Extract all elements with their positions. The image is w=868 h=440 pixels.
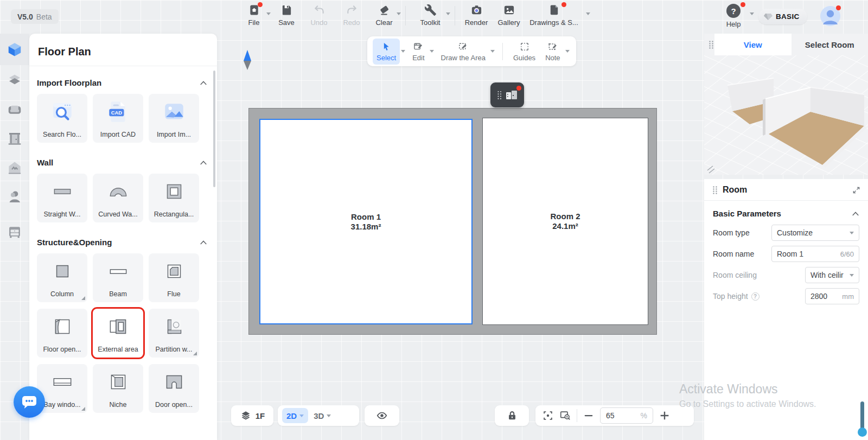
rail-item-account[interactable]: [0, 182, 29, 212]
tile-label: Straight W...: [43, 211, 80, 218]
eye-icon: [376, 410, 388, 422]
tile-niche[interactable]: Niche: [93, 364, 143, 413]
external-area-icon: [106, 314, 131, 339]
tab-select-room[interactable]: Select Room: [792, 34, 868, 55]
room-type-select[interactable]: Customize: [771, 225, 859, 241]
save-button[interactable]: Save: [270, 4, 303, 27]
tile-import-image[interactable]: Import Im...: [149, 94, 199, 143]
fit-view-icon[interactable]: [542, 410, 554, 422]
render-button[interactable]: Render: [460, 4, 493, 27]
tile-floor-opening[interactable]: Floor open...: [37, 309, 87, 358]
drag-dots-icon[interactable]: [708, 40, 714, 49]
3d-preview[interactable]: [704, 55, 868, 175]
room-name-counter: 6/60: [840, 250, 854, 258]
lock-button[interactable]: [495, 405, 529, 426]
expand-icon[interactable]: [852, 186, 860, 194]
tab-view[interactable]: View: [714, 34, 792, 55]
visibility-button[interactable]: [365, 405, 399, 426]
zoom-in-plus-icon[interactable]: [659, 410, 671, 422]
gallery-button[interactable]: Gallery: [493, 4, 525, 27]
edit-tool-button[interactable]: Edit: [409, 39, 428, 65]
section-structure-opening[interactable]: Structure&Opening: [37, 238, 207, 247]
room-2-area: 24.1m²: [552, 221, 578, 231]
rail-item-doors-windows[interactable]: [0, 124, 29, 153]
zoom-level-input[interactable]: 65 %: [600, 407, 653, 424]
page-scrollbar-bulb[interactable]: [858, 428, 867, 437]
draw-area-caret-icon[interactable]: [490, 50, 495, 53]
chevron-up-icon[interactable]: [852, 211, 859, 216]
room-1[interactable]: Room 1 31.18m²: [259, 119, 473, 324]
clear-caret-icon: [397, 12, 401, 15]
view-2d-button[interactable]: 2D: [282, 408, 308, 423]
view-mode-switcher: 2D 3D: [278, 405, 359, 426]
redo-button: Redo: [335, 4, 368, 27]
flue-icon: [162, 259, 187, 284]
drag-dots-icon[interactable]: [712, 186, 718, 195]
left-icon-rail: [0, 34, 29, 440]
rail-item-furniture[interactable]: [0, 94, 29, 124]
chat-support-button[interactable]: [14, 386, 45, 418]
user-avatar[interactable]: [820, 6, 840, 26]
basic-parameters-section[interactable]: Basic Parameters: [704, 201, 868, 225]
rail-item-cabinet[interactable]: [0, 217, 29, 246]
canvas-toolbar: Select Edit Draw the Area Guides Note: [367, 36, 576, 66]
top-height-input[interactable]: 2800 mm: [805, 288, 859, 304]
select-caret-icon[interactable]: [401, 50, 405, 53]
rail-item-ai-design[interactable]: [0, 153, 29, 182]
note-tool-button[interactable]: Note: [541, 39, 564, 65]
edit-caret-icon[interactable]: [430, 50, 434, 53]
help-button[interactable]: ? Help: [717, 4, 750, 28]
drawings-button[interactable]: Drawings & S...: [525, 4, 583, 27]
tile-external-area[interactable]: External area: [93, 309, 143, 358]
select-tool-button[interactable]: Select: [373, 39, 400, 65]
edit-tool-label: Edit: [412, 54, 424, 62]
nightstand-icon: [7, 224, 23, 240]
guides-icon: [519, 41, 530, 52]
chevron-up-icon[interactable]: [200, 80, 207, 86]
chevron-up-icon[interactable]: [200, 240, 207, 245]
floorplan-mini-toolbar-button[interactable]: [490, 82, 524, 107]
section-import-floorplan[interactable]: Import Floorplan: [37, 78, 207, 87]
column-icon: [50, 259, 75, 284]
tile-label: Bay windo...: [43, 401, 80, 409]
section-wall[interactable]: Wall: [37, 158, 207, 167]
tile-beam[interactable]: Beam: [93, 253, 143, 302]
help-tooltip-icon[interactable]: ?: [751, 292, 760, 301]
room-ceiling-select[interactable]: With ceilir: [805, 267, 859, 283]
tile-flue[interactable]: Flue: [149, 253, 199, 302]
tile-search-floorplan[interactable]: Search Flo...: [37, 94, 87, 143]
tile-column[interactable]: Column: [37, 253, 87, 302]
chevron-up-icon[interactable]: [200, 160, 207, 165]
view-3d-button[interactable]: 3D: [314, 411, 331, 420]
partition-wall-icon: [162, 314, 187, 339]
tile-partition-wall[interactable]: Partition w...: [149, 309, 199, 358]
room-name-input[interactable]: Room 1 6/60: [771, 246, 859, 262]
tile-label: Curved Wa...: [98, 211, 137, 218]
guides-tool-button[interactable]: Guides: [509, 39, 539, 65]
tile-straight-wall[interactable]: Straight W...: [37, 174, 87, 222]
note-caret-icon[interactable]: [565, 50, 570, 53]
floor-plan-panel: Floor Plan Import Floorplan Search Flo..…: [29, 34, 217, 440]
draw-area-tool-button[interactable]: Draw the Area: [437, 39, 489, 65]
toolkit-button[interactable]: Toolkit: [411, 4, 450, 27]
room-2[interactable]: Room 2 24.1m²: [482, 118, 648, 325]
rail-item-floorplan[interactable]: [0, 34, 29, 65]
zoom-out-minus-icon[interactable]: [583, 410, 595, 422]
tile-curved-wall[interactable]: Curved Wa...: [93, 174, 143, 222]
plan-badge[interactable]: BASIC: [758, 9, 807, 24]
compass-north-icon[interactable]: [244, 50, 251, 61]
toolbar-separator: [502, 43, 503, 60]
tile-rectangular-wall[interactable]: Rectangula...: [149, 174, 199, 222]
panel-scrollbar[interactable]: [213, 71, 215, 187]
redo-label: Redo: [343, 18, 360, 27]
save-label: Save: [278, 18, 295, 27]
page-scrollbar-thumb[interactable]: [860, 401, 864, 431]
tile-label: Beam: [109, 290, 127, 298]
file-button[interactable]: File: [238, 4, 270, 27]
tile-door-opening[interactable]: Door open...: [149, 364, 199, 413]
floor-selector-button[interactable]: 1F: [231, 405, 273, 426]
clear-button[interactable]: Clear: [368, 4, 400, 27]
tile-import-cad[interactable]: CAD Import CAD: [93, 94, 143, 143]
zoom-region-icon[interactable]: [559, 410, 571, 422]
rail-item-floors[interactable]: [0, 65, 29, 94]
